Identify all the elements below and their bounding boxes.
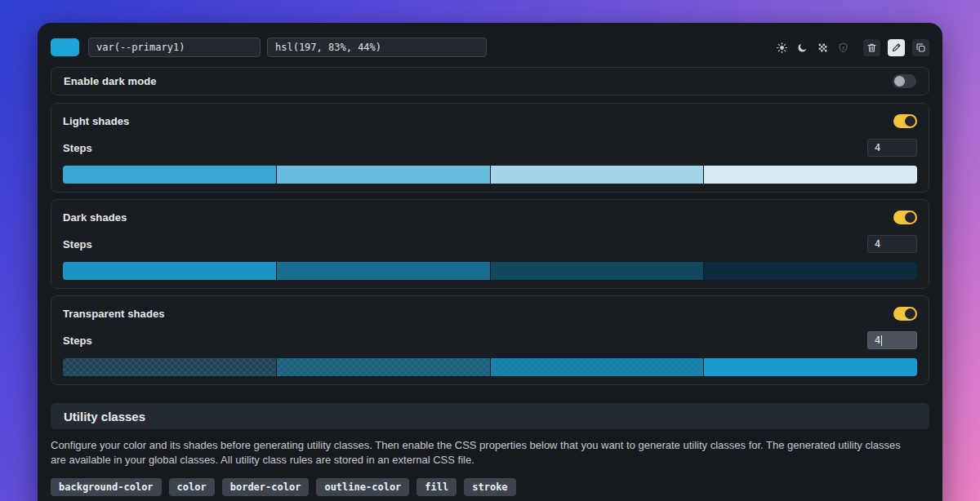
edit-button[interactable] xyxy=(888,39,905,56)
dark-shades-section: Dark shades Steps 4 xyxy=(51,199,929,289)
duplicate-button[interactable] xyxy=(912,39,929,56)
shade-swatch[interactable] xyxy=(704,166,917,184)
sun-icon[interactable] xyxy=(776,42,787,53)
tag-outline-color[interactable]: outline-color xyxy=(316,478,409,496)
light-steps-input[interactable]: 4 xyxy=(867,139,917,157)
steps-value: 4 xyxy=(875,238,880,250)
dark-steps-input[interactable]: 4 xyxy=(867,235,917,253)
shade-swatch[interactable] xyxy=(491,358,704,376)
action-buttons xyxy=(862,39,929,56)
transparent-shades-title: Transparent shades xyxy=(63,308,165,320)
moon-icon[interactable] xyxy=(796,42,808,53)
light-shade-bar xyxy=(63,166,917,184)
dark-mode-label: Enable dark mode xyxy=(64,75,157,87)
dark-mode-row: Enable dark mode xyxy=(51,67,929,95)
shield-3-icon[interactable]: 3 xyxy=(837,42,849,53)
transparent-shades-section: Transparent shades Steps 4 xyxy=(51,295,929,385)
alpha-overlay xyxy=(63,358,276,376)
steps-value: 4 xyxy=(875,142,880,153)
svg-text:3: 3 xyxy=(841,44,844,50)
shade-swatch[interactable] xyxy=(491,166,704,184)
alpha-overlay xyxy=(491,358,704,376)
css-property-tags: background-color color border-color outl… xyxy=(51,478,929,496)
dark-shades-title: Dark shades xyxy=(63,211,127,224)
transparent-steps-input[interactable]: 4 xyxy=(867,331,917,349)
shade-swatch[interactable] xyxy=(63,358,276,376)
light-shades-toggle[interactable] xyxy=(893,114,917,128)
shade-swatch[interactable] xyxy=(63,166,276,184)
toggle-knob xyxy=(894,76,905,86)
dark-shade-bar xyxy=(63,262,917,280)
shade-swatch[interactable] xyxy=(491,262,704,280)
tag-border-color[interactable]: border-color xyxy=(222,478,310,496)
color-swatch[interactable] xyxy=(51,38,79,56)
shade-swatch[interactable] xyxy=(704,358,917,376)
tag-color[interactable]: color xyxy=(169,478,215,496)
steps-value: 4 xyxy=(875,335,880,346)
toggle-knob xyxy=(905,308,915,319)
color-settings-panel: 3 E xyxy=(38,23,942,501)
tag-stroke[interactable]: stroke xyxy=(464,478,515,496)
tag-background-color[interactable]: background-color xyxy=(51,478,162,496)
text-caret xyxy=(881,335,882,346)
toggle-knob xyxy=(905,212,915,223)
toggle-knob xyxy=(905,116,915,126)
light-shades-title: Light shades xyxy=(63,115,129,127)
steps-label: Steps xyxy=(63,335,92,347)
checkerboard-icon[interactable] xyxy=(817,42,828,53)
alpha-overlay xyxy=(704,358,917,376)
tag-fill[interactable]: fill xyxy=(416,478,457,496)
steps-label: Steps xyxy=(63,238,92,250)
color-value-input[interactable] xyxy=(267,38,487,57)
shade-swatch[interactable] xyxy=(704,262,917,280)
shade-swatch[interactable] xyxy=(63,262,276,280)
dark-shades-toggle[interactable] xyxy=(893,211,917,224)
variable-name-input[interactable] xyxy=(88,38,261,57)
delete-button[interactable] xyxy=(863,39,880,56)
shade-swatch[interactable] xyxy=(277,166,490,184)
light-shades-section: Light shades Steps 4 xyxy=(51,103,929,193)
transparent-shades-toggle[interactable] xyxy=(893,307,917,321)
dark-mode-toggle[interactable] xyxy=(893,74,916,88)
shade-mode-icons: 3 xyxy=(776,42,849,53)
topbar: 3 xyxy=(51,38,929,57)
utility-classes-title: Utility classes xyxy=(64,410,145,423)
shade-swatch[interactable] xyxy=(277,358,490,376)
utility-classes-description: Configure your color and its shades befo… xyxy=(51,438,916,468)
transparent-shade-bar xyxy=(63,358,917,376)
utility-classes-header: Utility classes xyxy=(51,403,929,429)
alpha-overlay xyxy=(277,358,490,376)
steps-label: Steps xyxy=(63,142,92,154)
shade-swatch[interactable] xyxy=(277,262,490,280)
